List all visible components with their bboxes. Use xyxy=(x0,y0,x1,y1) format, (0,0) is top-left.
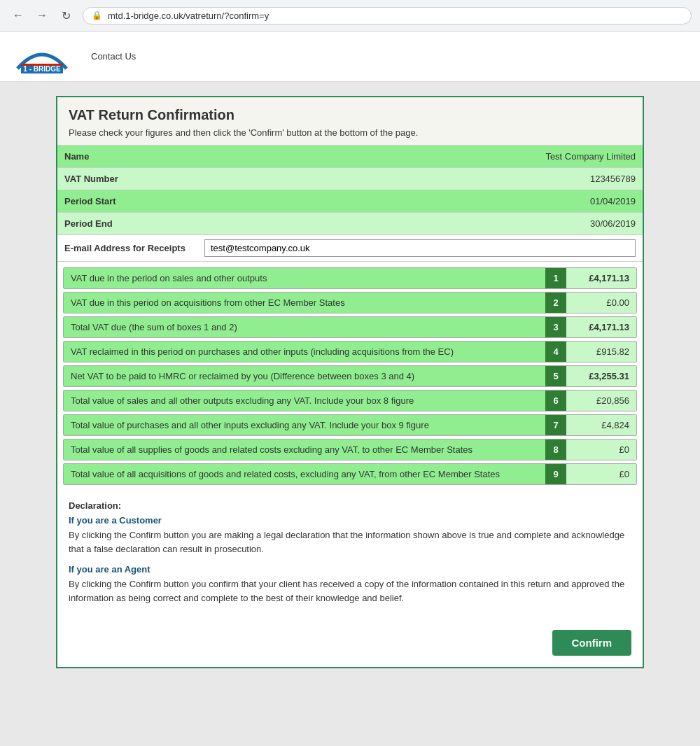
vat-box-amount: £4,171.13 xyxy=(566,317,636,337)
page-subtitle: Please check your figures and then click… xyxy=(69,127,631,138)
period-end-row: Period End 30/06/2019 xyxy=(57,213,643,235)
name-label: Name xyxy=(57,146,503,167)
period-end-value: 30/06/2019 xyxy=(503,213,643,234)
vat-box-description: VAT due in this period on acquisitions f… xyxy=(64,293,545,313)
vat-number-row: VAT Number 123456789 xyxy=(57,168,643,190)
contact-link[interactable]: Contact Us xyxy=(91,51,136,62)
agent-text: By clicking the Confirm button you confi… xyxy=(69,577,631,605)
name-value: Test Company Limited xyxy=(503,146,643,167)
vat-box-row: VAT reclaimed in this period on purchase… xyxy=(63,341,637,363)
browser-chrome: ← → ↻ 🔒 mtd.1-bridge.co.uk/vatreturn/?co… xyxy=(0,0,700,31)
vat-box-description: VAT due in the period on sales and other… xyxy=(64,268,545,288)
email-row: E-mail Address for Receipts xyxy=(57,235,643,262)
forward-button[interactable]: → xyxy=(32,6,52,25)
vat-box-number: 8 xyxy=(545,439,566,460)
vat-number-value: 123456789 xyxy=(503,168,643,190)
vat-box-amount: £0.00 xyxy=(566,293,636,313)
vat-box-number: 2 xyxy=(545,293,566,313)
vat-box-number: 3 xyxy=(545,317,566,337)
button-row: Confirm xyxy=(57,623,643,667)
vat-box-amount: £915.82 xyxy=(566,342,636,362)
period-start-row: Period Start 01/04/2019 xyxy=(57,190,643,213)
vat-box-description: VAT reclaimed in this period on purchase… xyxy=(64,342,545,362)
vat-box-row: VAT due in this period on acquisitions f… xyxy=(63,292,637,314)
vat-box-amount: £0 xyxy=(566,464,636,484)
main-content: VAT Return Confirmation Please check you… xyxy=(0,82,700,682)
vat-box-description: Net VAT to be paid to HMRC or reclaimed … xyxy=(64,366,545,386)
vat-box-number: 6 xyxy=(545,390,566,411)
vat-box-amount: £20,856 xyxy=(566,390,636,411)
vat-box-number: 9 xyxy=(545,464,566,484)
vat-box-row: Total value of purchases and all other i… xyxy=(63,414,637,436)
period-end-label: Period End xyxy=(57,213,503,234)
period-start-label: Period Start xyxy=(57,190,503,212)
vat-box-amount: £0 xyxy=(566,439,636,460)
svg-rect-2 xyxy=(21,64,63,66)
vat-box-amount: £4,171.13 xyxy=(566,268,636,288)
vat-number-label: VAT Number xyxy=(57,168,503,190)
vat-box-number: 1 xyxy=(545,268,566,288)
logo-svg: 1 - BRIDGE xyxy=(14,37,70,76)
vat-box-row: Total value of sales and all other outpu… xyxy=(63,390,637,411)
vat-box-number: 4 xyxy=(545,342,566,362)
vat-box-description: Total VAT due (the sum of boxes 1 and 2) xyxy=(64,317,545,337)
vat-box-row: Total VAT due (the sum of boxes 1 and 2)… xyxy=(63,316,637,338)
svg-text:1 - BRIDGE: 1 - BRIDGE xyxy=(23,65,61,73)
email-label: E-mail Address for Receipts xyxy=(64,243,204,253)
vat-box-number: 5 xyxy=(545,366,566,386)
vat-box-row: Total value of all acquisitions of goods… xyxy=(63,463,637,485)
back-button[interactable]: ← xyxy=(8,6,28,25)
vat-box-description: Total value of all supplies of goods and… xyxy=(64,439,545,460)
name-row: Name Test Company Limited xyxy=(57,146,643,168)
vat-box-row: Net VAT to be paid to HMRC or reclaimed … xyxy=(63,365,637,387)
vat-box-amount: £4,824 xyxy=(566,415,636,435)
vat-boxes-section: VAT due in the period on sales and other… xyxy=(57,262,643,491)
email-input[interactable] xyxy=(204,239,636,257)
vat-box-description: Total value of sales and all other outpu… xyxy=(64,390,545,411)
customer-text: By clicking the Confirm button you are m… xyxy=(69,528,631,556)
confirmation-box: VAT Return Confirmation Please check you… xyxy=(56,96,644,668)
period-start-value: 01/04/2019 xyxy=(503,190,643,212)
vat-box-description: Total value of purchases and all other i… xyxy=(64,415,545,435)
url-text: mtd.1-bridge.co.uk/vatreturn/?confirm=y xyxy=(108,10,682,21)
vat-box-number: 7 xyxy=(545,415,566,435)
customer-title: If you are a Customer xyxy=(69,515,631,526)
declaration-title: Declaration: xyxy=(69,500,631,511)
vat-box-row: Total value of all supplies of goods and… xyxy=(63,439,637,460)
confirm-button[interactable]: Confirm xyxy=(552,630,632,656)
lock-icon: 🔒 xyxy=(92,10,102,20)
vat-box-row: VAT due in the period on sales and other… xyxy=(63,267,637,289)
address-bar[interactable]: 🔒 mtd.1-bridge.co.uk/vatreturn/?confirm=… xyxy=(83,7,692,24)
agent-title: If you are an Agent xyxy=(69,564,631,575)
vat-box-amount: £3,255.31 xyxy=(566,366,636,386)
reload-button[interactable]: ↻ xyxy=(56,6,76,25)
logo: 1 - BRIDGE xyxy=(14,37,70,76)
page-title-section: VAT Return Confirmation Please check you… xyxy=(57,97,643,146)
site-header: 1 - BRIDGE Contact Us xyxy=(0,31,700,82)
declaration-section: Declaration: If you are a Customer By cl… xyxy=(57,491,643,623)
page-title: VAT Return Confirmation xyxy=(69,107,631,123)
vat-box-description: Total value of all acquisitions of goods… xyxy=(64,464,545,484)
nav-buttons: ← → ↻ xyxy=(8,6,76,25)
